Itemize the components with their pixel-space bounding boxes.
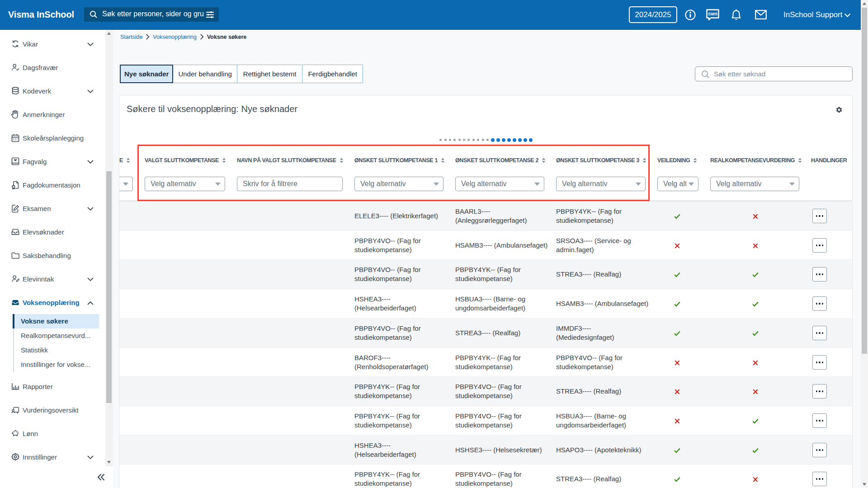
svg-text:SMS: SMS bbox=[708, 11, 718, 16]
